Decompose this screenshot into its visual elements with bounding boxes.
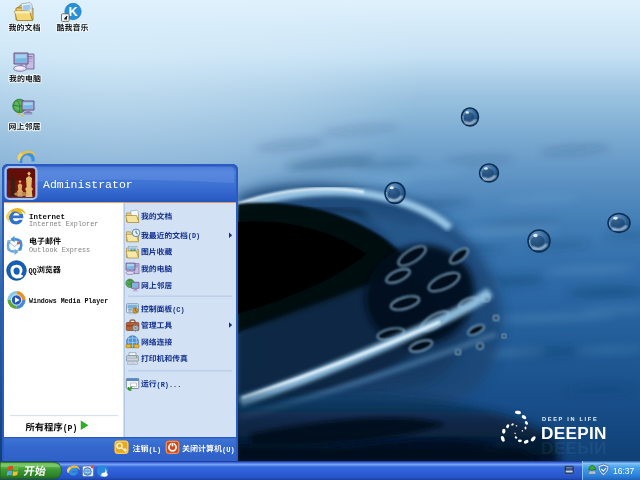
svg-text:Administrator: Administrator	[43, 178, 133, 191]
svg-text:(U): (U)	[222, 446, 235, 454]
svg-text:DEEPIN: DEEPIN	[541, 438, 607, 458]
svg-text:(C): (C)	[172, 306, 184, 314]
svg-text:QQ: QQ	[29, 267, 37, 275]
svg-text:16:37: 16:37	[613, 466, 635, 476]
svg-text:K: K	[68, 5, 77, 19]
svg-text:Windows Media Player: Windows Media Player	[29, 298, 108, 305]
svg-text:(L): (L)	[149, 446, 162, 454]
svg-text:(D): (D)	[188, 232, 200, 240]
svg-text:Outlook Express: Outlook Express	[29, 246, 90, 254]
svg-text:DEEP IN LIFE: DEEP IN LIFE	[542, 416, 598, 422]
svg-text:Internet Explorer: Internet Explorer	[29, 220, 98, 228]
svg-text:(R)...: (R)...	[157, 381, 182, 389]
svg-text:(P): (P)	[63, 424, 78, 433]
